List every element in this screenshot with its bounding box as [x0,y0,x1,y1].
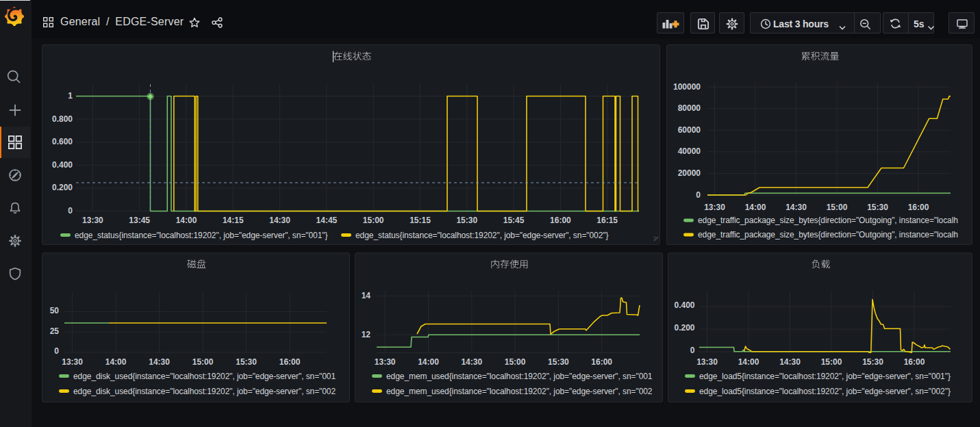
svg-text:14:30: 14:30 [149,357,170,367]
svg-text:14:00: 14:00 [105,357,127,367]
svg-text:0.400: 0.400 [52,160,73,170]
svg-text:16:00: 16:00 [908,203,929,212]
svg-text:25: 25 [50,326,60,336]
svg-text:15:15: 15:15 [410,216,431,225]
svg-text:80000: 80000 [678,103,701,113]
svg-text:20000: 20000 [678,168,701,178]
svg-text:edge_status{instance="localhos: edge_status{instance="localhost:19202", … [355,231,608,240]
svg-text:edge_disk_used{instance="local: edge_disk_used{instance="localhost:19202… [73,372,336,381]
svg-text:14:00: 14:00 [745,203,766,212]
svg-text:13:30: 13:30 [62,357,83,367]
svg-text:15:00: 15:00 [192,357,214,367]
svg-text:14:00: 14:00 [738,357,759,367]
svg-text:0.800: 0.800 [52,114,73,124]
svg-text:0: 0 [54,346,59,356]
svg-text:edge_mem_used{instance="localh: edge_mem_used{instance="localhost:19202"… [386,387,653,396]
svg-text:40000: 40000 [678,146,701,156]
svg-text:edge_mem_used{instance="localh: edge_mem_used{instance="localhost:19202"… [386,372,653,381]
svg-text:15:30: 15:30 [867,203,888,212]
svg-text:edge_traffic_package_size_byte: edge_traffic_package_size_bytes{directio… [698,230,958,240]
svg-text:16:00: 16:00 [550,216,571,225]
svg-text:16:00: 16:00 [279,357,301,367]
svg-text:16:15: 16:15 [596,216,618,225]
svg-text:15:00: 15:00 [363,216,384,225]
svg-text:14:30: 14:30 [461,357,482,367]
svg-text:15:30: 15:30 [862,357,883,367]
svg-text:13:30: 13:30 [696,357,718,367]
svg-text:15:00: 15:00 [505,357,526,367]
svg-text:1: 1 [68,91,73,101]
svg-text:13:30: 13:30 [82,216,103,225]
svg-text:15:30: 15:30 [548,357,569,367]
svg-text:14:00: 14:00 [176,216,197,225]
svg-text:15:30: 15:30 [456,216,477,225]
svg-text:0: 0 [690,346,695,355]
svg-text:14: 14 [362,291,371,300]
svg-text:0: 0 [696,190,701,200]
svg-text:12: 12 [362,330,371,339]
svg-text:0.200: 0.200 [674,323,694,333]
svg-text:edge_load5{instance="localhost: edge_load5{instance="localhost:19202", j… [699,372,951,381]
svg-text:60000: 60000 [678,125,701,135]
svg-text:100000: 100000 [673,82,701,92]
svg-text:14:00: 14:00 [418,357,439,367]
svg-text:edge_status{instance="localhos: edge_status{instance="localhost:19202", … [75,231,327,240]
svg-text:15:30: 15:30 [236,357,257,367]
svg-text:0.400: 0.400 [674,300,694,310]
svg-text:16:00: 16:00 [591,357,612,367]
svg-text:edge_disk_used{instance="local: edge_disk_used{instance="localhost:19202… [73,387,336,396]
svg-text:0: 0 [68,206,73,216]
svg-text:14:30: 14:30 [779,357,801,367]
svg-text:0.600: 0.600 [52,137,73,146]
svg-text:15:00: 15:00 [827,203,848,212]
svg-text:14:15: 14:15 [223,216,244,225]
svg-text:edge_traffic_package_size_byte: edge_traffic_package_size_bytes{directio… [698,216,958,225]
svg-text:13:45: 13:45 [129,216,150,225]
svg-text:13:30: 13:30 [704,203,725,212]
svg-text:50: 50 [50,306,60,315]
svg-text:edge_load5{instance="localhost: edge_load5{instance="localhost:19202", j… [699,387,951,396]
svg-text:13:30: 13:30 [375,357,396,367]
svg-text:14:45: 14:45 [316,216,338,225]
svg-text:16:00: 16:00 [904,357,925,367]
svg-text:0.200: 0.200 [52,183,73,192]
svg-text:14:30: 14:30 [786,203,807,212]
svg-text:14:30: 14:30 [269,216,290,225]
svg-text:15:00: 15:00 [821,357,842,367]
svg-text:15:45: 15:45 [503,216,525,225]
